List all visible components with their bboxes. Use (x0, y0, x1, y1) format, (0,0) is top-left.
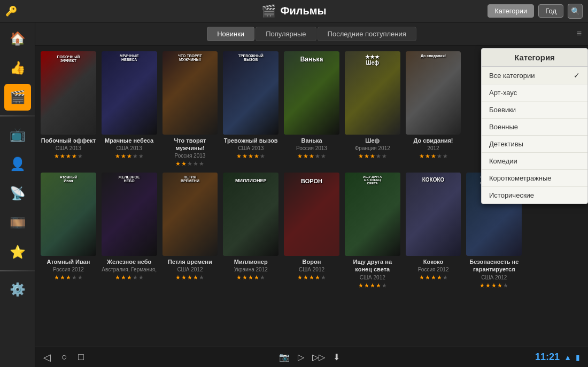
sidebar-item-cinema[interactable]: 🎞️ (4, 209, 31, 236)
movie-card-4[interactable]: ТРЕВОЖНЫЙВЫЗОВ Тревожный вызов США 2013 … (223, 51, 278, 167)
movie-title-7: До свидания! (406, 137, 461, 144)
movie-card-1[interactable]: ПОБОЧНЫЙЭФФЕКТ Побочный эффект США 2013 … (41, 51, 96, 167)
movie-card-10[interactable]: ПЕТЛЯВРЕМЕНИ Петля времени США 2012 ★★★★… (163, 173, 218, 288)
category-item-historical[interactable]: Исторические (482, 187, 587, 204)
year-button[interactable]: Год (538, 4, 563, 18)
sidebar-item-favorites[interactable]: 👍 (4, 54, 31, 81)
movie-meta-12: США 2012 (284, 267, 339, 272)
movie-poster-3: ЧТО ТВОРЯТМУЖЧИНЫ! (163, 51, 218, 135)
movie-poster-1: ПОБОЧНЫЙЭФФЕКТ (41, 51, 96, 135)
category-item-all-label: Все категории (489, 72, 535, 80)
tabs-bar: Новинки Популярные Последние поступления… (35, 22, 588, 46)
key-icon: 🔑 (5, 5, 17, 17)
categories-button[interactable]: Категории (488, 4, 534, 18)
category-item-short-label: Короткометражные (489, 174, 552, 182)
movie-stars-9: ★★★★★ (102, 274, 157, 281)
movie-meta-1: США 2013 (41, 145, 96, 151)
movie-stars-4: ★★★★★ (223, 153, 278, 160)
category-dropdown-header: Категория (482, 49, 587, 67)
top-bar-left: 🔑 (5, 5, 17, 17)
movie-card-6[interactable]: ★★★Шеф Шеф Франция 2012 ★★★★★ (345, 51, 400, 167)
app-title: Фильмы (280, 5, 326, 17)
movie-title-1: Побочный эффект (41, 137, 96, 144)
category-dropdown: Категория Все категории ✓ Арт-хаус Боеви… (481, 48, 588, 204)
tab-new[interactable]: Новинки (207, 27, 254, 41)
movie-poster-4: ТРЕВОЖНЫЙВЫЗОВ (223, 51, 278, 135)
category-item-short[interactable]: Короткометражные (482, 170, 587, 187)
top-bar-right: Категории Год 🔍 (488, 4, 583, 19)
category-item-all[interactable]: Все категории ✓ (482, 67, 587, 84)
movie-card-13[interactable]: ИЩУ ДРУГАНА КОНЕЦСВЕТА Ищу друга на коне… (345, 173, 400, 288)
camera-icon[interactable]: 📷 (279, 352, 290, 362)
category-item-detective[interactable]: Детективы (482, 136, 587, 153)
movie-poster-14: КОКОКО (406, 173, 461, 256)
movie-meta-7: 2012 (406, 145, 461, 151)
movie-meta-8: Россия 2012 (41, 267, 96, 272)
sidebar-item-settings[interactable]: ⚙️ (4, 276, 31, 303)
nav-back-icon[interactable]: ◁ (43, 352, 51, 363)
bottom-bar: ◁ ○ □ 📷 ▷ ▷▷ ⬇ 11:21 ▲ ▮ (35, 347, 588, 367)
sidebar-item-movies[interactable]: 🎬 (4, 84, 31, 111)
sidebar-item-starred[interactable]: ⭐ (4, 239, 31, 266)
sidebar-item-tv-shows[interactable]: 📺 (4, 121, 31, 148)
movie-stars-10: ★★★★★ (163, 274, 218, 281)
tab-popular[interactable]: Популярные (256, 27, 316, 41)
movie-card-5[interactable]: Ванька Ванька Россия 2013 ★★★★★ (284, 51, 339, 167)
top-bar-center: 🎬 Фильмы (261, 4, 326, 18)
movie-card-9[interactable]: ЖЕЛЕЗНОЕНЕБО Железное небо Австралия, Ге… (102, 173, 157, 288)
sidebar-divider-1 (0, 115, 35, 116)
main-layout: 🏠 👍 🎬 📺 👤 📡 🎞️ ⭐ ⚙️ Новинки Популярные П… (0, 22, 588, 367)
movie-poster-11: МИЛЛИОНЕР (223, 173, 278, 256)
movie-meta-15: США 2012 (466, 275, 522, 280)
check-icon: ✓ (574, 71, 580, 80)
movie-stars-7: ★★★★★ (406, 153, 461, 160)
movie-title-15: Безопасность не гарантируется (466, 258, 522, 274)
movie-meta-10: США 2012 (163, 267, 218, 272)
nav-home-icon[interactable]: ○ (61, 352, 67, 363)
movie-card-12[interactable]: ВОРОН Ворон США 2012 ★★★★★ (284, 173, 339, 288)
sidebar-item-tv[interactable]: 📡 (4, 180, 31, 207)
category-item-comedy-label: Комедии (489, 157, 517, 165)
nav-recent-icon[interactable]: □ (78, 352, 84, 363)
movie-card-11[interactable]: МИЛЛИОНЕР Миллионер Украина 2012 ★★★★★ (223, 173, 278, 288)
category-item-detective-label: Детективы (489, 140, 523, 148)
movie-card-7[interactable]: До свидания! До свидания! 2012 ★★★★★ (406, 51, 461, 167)
movie-title-4: Тревожный вызов (223, 137, 278, 144)
movie-stars-13: ★★★★★ (345, 282, 400, 289)
movie-card-2[interactable]: МРАЧНЫЕНЕБЕСА Мрачные небеса США 2013 ★★… (102, 51, 157, 167)
search-button[interactable]: 🔍 (568, 4, 583, 19)
movie-stars-8: ★★★★★ (41, 274, 96, 281)
movie-meta-9: Австралия, Германия, (102, 267, 157, 272)
movie-poster-8: АтомныйИван (41, 173, 96, 256)
movie-stars-14: ★★★★★ (406, 274, 461, 281)
category-item-comedy[interactable]: Комедии (482, 153, 587, 170)
movie-card-14[interactable]: КОКОКО Кококо Россия 2012 ★★★★★ (406, 173, 461, 288)
battery-icon: ▮ (576, 353, 580, 362)
bottom-nav: ◁ ○ □ (43, 352, 84, 363)
content-area: Новинки Популярные Последние поступления… (35, 22, 588, 367)
sidebar: 🏠 👍 🎬 📺 👤 📡 🎞️ ⭐ ⚙️ (0, 22, 35, 367)
movie-stars-1: ★★★★★ (41, 153, 96, 160)
sidebar-divider-2 (0, 270, 35, 271)
filter-icon[interactable]: ≡ (577, 29, 582, 38)
category-item-historical-label: Исторические (489, 191, 534, 199)
movie-poster-9: ЖЕЛЕЗНОЕНЕБО (102, 173, 157, 256)
movie-poster-10: ПЕТЛЯВРЕМЕНИ (163, 173, 218, 256)
movie-card-3[interactable]: ЧТО ТВОРЯТМУЖЧИНЫ! Что творят мужчины! Р… (163, 51, 218, 167)
sidebar-item-profile[interactable]: 👤 (4, 151, 31, 177)
category-item-military[interactable]: Военные (482, 119, 587, 136)
movie-stars-6: ★★★★★ (345, 153, 400, 160)
play-icon[interactable]: ▷ (298, 352, 304, 362)
movie-title-13: Ищу друга на конец света (345, 258, 400, 274)
tab-recent[interactable]: Последние поступления (318, 27, 416, 41)
sidebar-item-home[interactable]: 🏠 (4, 25, 31, 52)
category-item-action[interactable]: Боевики (482, 101, 587, 119)
category-item-arthouse[interactable]: Арт-хаус (482, 84, 587, 101)
movie-card-8[interactable]: АтомныйИван Атомный Иван Россия 2012 ★★★… (41, 173, 96, 288)
movie-meta-14: Россия 2012 (406, 267, 461, 272)
download-icon[interactable]: ⬇ (333, 352, 340, 362)
skip-icon[interactable]: ▷▷ (312, 352, 325, 362)
category-item-arthouse-label: Арт-хаус (489, 89, 517, 97)
bottom-media-controls: 📷 ▷ ▷▷ ⬇ (279, 352, 340, 362)
movie-poster-12: ВОРОН (284, 173, 339, 256)
